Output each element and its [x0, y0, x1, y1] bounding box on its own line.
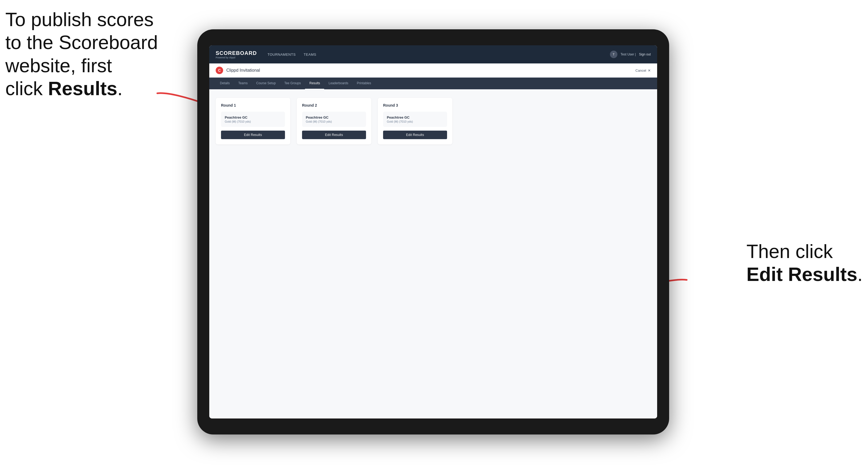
course-details-2: Gold (M) (7010 yds)	[306, 120, 362, 123]
tab-details[interactable]: Details	[216, 77, 234, 89]
round-3-title: Round 3	[383, 103, 447, 107]
course-details-1: Gold (M) (7010 yds)	[225, 120, 281, 123]
signout-link[interactable]: Sign out	[639, 53, 651, 56]
tournament-title-row: C Clippd Invitational	[216, 67, 260, 74]
brand-logo: SCOREBOARD Powered by clippd	[216, 50, 257, 59]
round-2-title: Round 2	[302, 103, 366, 107]
instruction-right: Then click Edit Results.	[746, 240, 863, 286]
nav-links: TOURNAMENTS TEAMS	[268, 52, 610, 58]
course-name-3: Peachtree GC	[387, 116, 443, 119]
tablet-screen: SCOREBOARD Powered by clippd TOURNAMENTS…	[209, 45, 657, 418]
round-1-title: Round 1	[221, 103, 285, 107]
brand-tagline: Powered by clippd	[216, 56, 257, 59]
tab-teams[interactable]: Teams	[234, 77, 252, 89]
nav-tournaments[interactable]: TOURNAMENTS	[268, 52, 296, 58]
edit-results-button-3[interactable]: Edit Results	[383, 131, 447, 139]
cancel-button[interactable]: Cancel ✕	[636, 68, 651, 72]
top-nav: SCOREBOARD Powered by clippd TOURNAMENTS…	[209, 45, 657, 63]
nav-teams[interactable]: TEAMS	[304, 52, 316, 58]
edit-results-button-1[interactable]: Edit Results	[221, 131, 285, 139]
tab-tee-groups[interactable]: Tee Groups	[280, 77, 305, 89]
course-name-2: Peachtree GC	[306, 116, 362, 119]
close-icon: ✕	[648, 68, 651, 72]
tab-bar: Details Teams Course Setup Tee Groups Re…	[209, 77, 657, 89]
brand-name: SCOREBOARD	[216, 50, 257, 56]
round-card-2: Round 2 Peachtree GC Gold (M) (7010 yds)…	[297, 98, 371, 145]
main-content: Round 1 Peachtree GC Gold (M) (7010 yds)…	[209, 89, 657, 418]
tablet-bezel: SCOREBOARD Powered by clippd TOURNAMENTS…	[197, 29, 669, 434]
tournament-icon: C	[216, 67, 223, 74]
course-card-3: Peachtree GC Gold (M) (7010 yds)	[383, 112, 447, 127]
rounds-grid: Round 1 Peachtree GC Gold (M) (7010 yds)…	[216, 98, 651, 145]
round-card-1: Round 1 Peachtree GC Gold (M) (7010 yds)…	[216, 98, 290, 145]
nav-user: T Test User | Sign out	[610, 51, 651, 58]
course-name-1: Peachtree GC	[225, 116, 281, 119]
tournament-name: Clippd Invitational	[226, 68, 260, 73]
instruction-left: To publish scores to the Scoreboard webs…	[5, 8, 158, 100]
tab-course-setup[interactable]: Course Setup	[252, 77, 280, 89]
course-card-1: Peachtree GC Gold (M) (7010 yds)	[221, 112, 285, 127]
course-details-3: Gold (M) (7010 yds)	[387, 120, 443, 123]
course-card-2: Peachtree GC Gold (M) (7010 yds)	[302, 112, 366, 127]
tournament-header: C Clippd Invitational Cancel ✕	[209, 63, 657, 77]
tab-leaderboards[interactable]: Leaderboards	[324, 77, 352, 89]
tab-results[interactable]: Results	[305, 77, 324, 89]
user-avatar: T	[610, 51, 617, 58]
edit-results-button-2[interactable]: Edit Results	[302, 131, 366, 139]
round-card-3: Round 3 Peachtree GC Gold (M) (7010 yds)…	[378, 98, 453, 145]
tab-printables[interactable]: Printables	[353, 77, 375, 89]
user-label: Test User |	[621, 53, 636, 56]
